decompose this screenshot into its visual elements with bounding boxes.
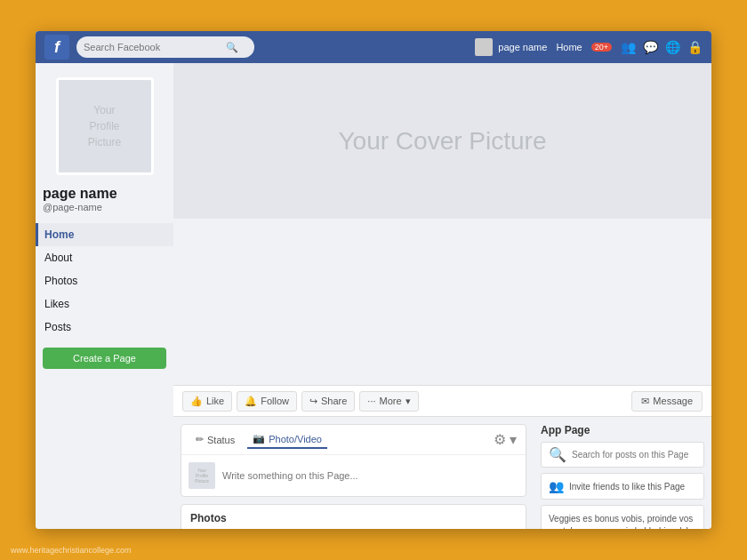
status-tab-label: Status <box>207 435 235 445</box>
main-content: Your Profile Picture page name @page-nam… <box>36 63 711 529</box>
left-column-spacer <box>36 417 173 529</box>
page-handle: @page-name <box>36 202 173 220</box>
sidebar-item-posts[interactable]: Posts <box>36 316 173 339</box>
post-avatar-label: Your Profile Picture <box>195 468 209 484</box>
page-icon-small <box>475 38 493 56</box>
messages-icon[interactable]: 💬 <box>643 40 658 54</box>
post-input-area: Your Profile Picture <box>181 455 526 496</box>
page-name-nav: page name <box>475 38 547 56</box>
status-tab[interactable]: ✏ Status <box>190 431 240 448</box>
post-box: ✏ Status 📷 Photo/Video ⚙ ▾ Your Pro <box>181 424 526 497</box>
more-label: More <box>380 396 402 406</box>
invite-friends-box[interactable]: 👥 Invite friends to like this Page <box>541 473 704 500</box>
lock-icon[interactable]: 🔒 <box>687 40 703 54</box>
photos-section: Photos Photo Preview <box>181 504 526 529</box>
message-icon: ✉ <box>641 396 649 407</box>
friends-icon[interactable]: 👥 <box>621 40 636 54</box>
right-search-input[interactable] <box>572 450 696 460</box>
more-chevron-icon: ▾ <box>406 396 411 407</box>
profile-picture: Your Profile Picture <box>56 77 154 175</box>
sidebar-navigation: Home About Photos Likes Posts <box>36 223 173 339</box>
message-button[interactable]: ✉ Message <box>631 391 703 412</box>
sidebar-item-home[interactable]: Home <box>36 223 173 246</box>
nav-page-name: page name <box>498 42 547 52</box>
browser-window: f 🔍 page name Home 20+ 👥 💬 🌐 🔒 <box>36 31 711 529</box>
facebook-logo: f <box>44 35 69 60</box>
like-button[interactable]: 👍 Like <box>182 391 232 412</box>
about-text: Veggies es bonus vobis, proinde vos post… <box>549 513 696 529</box>
search-icon: 🔍 <box>226 42 238 53</box>
more-button[interactable]: ··· More ▾ <box>359 391 418 412</box>
share-button[interactable]: ↪ Share <box>301 391 355 412</box>
photo-tab[interactable]: 📷 Photo/Video <box>247 430 327 449</box>
sidebar-item-photos[interactable]: Photos <box>36 269 173 292</box>
sidebar: Your Profile Picture page name @page-nam… <box>36 63 173 385</box>
more-icon: ··· <box>367 396 375 406</box>
nav-home-label[interactable]: Home <box>556 42 582 52</box>
create-page-button[interactable]: Create a Page <box>43 348 166 369</box>
post-avatar: Your Profile Picture <box>189 462 215 489</box>
cover-photo-text: Your Cover Picture <box>339 127 547 156</box>
pencil-icon: ✏ <box>196 434 204 445</box>
message-label: Message <box>653 396 693 406</box>
sidebar-item-likes[interactable]: Likes <box>36 292 173 316</box>
cover-photo-area: Your Cover Picture <box>173 63 711 219</box>
follow-icon: 🔔 <box>245 396 257 407</box>
like-label: Like <box>206 396 224 406</box>
post-input-field[interactable] <box>222 470 518 481</box>
center-column: ✏ Status 📷 Photo/Video ⚙ ▾ Your Pro <box>173 417 534 529</box>
post-tabs: ✏ Status 📷 Photo/Video ⚙ ▾ <box>181 425 526 455</box>
action-bar: 👍 Like 🔔 Follow ↪ Share ··· More ▾ ✉ <box>173 385 711 417</box>
navbar-right: page name Home 20+ 👥 💬 🌐 🔒 <box>475 38 703 56</box>
search-input[interactable] <box>84 42 226 52</box>
globe-icon[interactable]: 🌐 <box>665 40 680 54</box>
cover-profile-area: Your Profile Picture page name @page-nam… <box>36 63 711 385</box>
facebook-navbar: f 🔍 page name Home 20+ 👥 💬 🌐 🔒 <box>36 31 711 63</box>
post-settings-icon[interactable]: ⚙ ▾ <box>494 431 517 448</box>
right-search-box[interactable]: 🔍 <box>541 442 704 468</box>
app-page-header: App Page <box>541 424 704 436</box>
nav-icons: 👥 💬 🌐 🔒 <box>621 40 703 54</box>
about-text-box: Veggies es bonus vobis, proinde vos post… <box>541 505 704 529</box>
profile-picture-label: Your Profile Picture <box>88 102 121 150</box>
follow-label: Follow <box>261 396 289 406</box>
photos-header: Photos <box>181 505 526 529</box>
invite-text: Invite friends to like this Page <box>569 482 685 492</box>
sidebar-item-about[interactable]: About <box>36 246 173 269</box>
follow-button[interactable]: 🔔 Follow <box>237 391 297 412</box>
page-name: page name <box>36 182 173 202</box>
right-column: App Page 🔍 👥 Invite friends to like this… <box>534 417 711 529</box>
share-label: Share <box>321 396 347 406</box>
invite-icon: 👥 <box>549 479 564 493</box>
watermark: www.heritagechristiancollege.com <box>11 546 132 555</box>
photo-tab-label: Photo/Video <box>269 434 322 444</box>
like-icon: 👍 <box>190 396 203 407</box>
share-icon: ↪ <box>309 396 317 407</box>
page-body: ✏ Status 📷 Photo/Video ⚙ ▾ Your Pro <box>36 417 711 529</box>
right-search-icon: 🔍 <box>549 446 566 463</box>
search-bar[interactable]: 🔍 <box>76 36 254 58</box>
photo-icon: 📷 <box>253 433 265 444</box>
home-badge: 20+ <box>591 43 612 52</box>
